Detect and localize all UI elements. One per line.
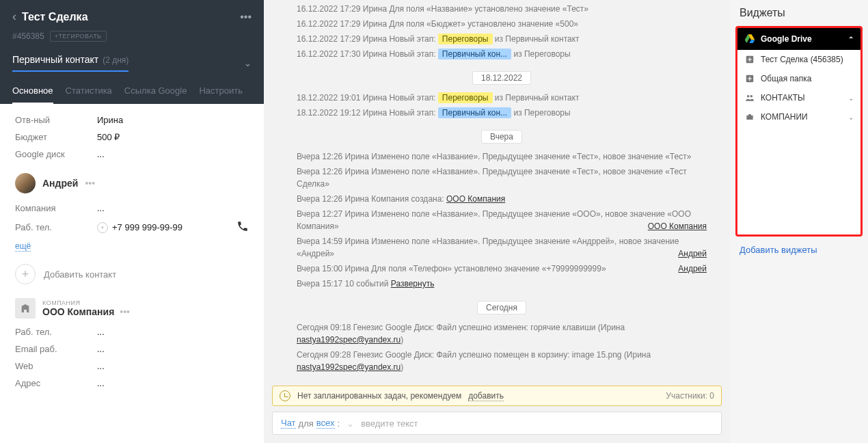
left-sidebar: ‹ Тест Сделка ••• #456385 +ТЕГИРОВАТЬ Пе… [0,0,264,443]
email-link[interactable]: nastya1992spec@yandex.ru [297,335,401,345]
field-responsible-label: Отв-ный [15,115,97,125]
phone-type-icon[interactable]: + [97,222,108,233]
field-responsible-value[interactable]: Ирина [97,115,123,125]
log-entry: 16.12.2022 17:29 Ирина Для поля «Названи… [297,3,707,15]
date-separator: Вчера [481,130,522,144]
company-menu-icon[interactable]: ••• [120,306,130,317]
company-web-value[interactable]: ... [97,361,105,371]
contact-name[interactable]: Андрей [42,178,78,189]
back-button[interactable]: ‹ [12,10,16,24]
log-entry: Вчера 12:26 Ирина Изменено поле «Названи… [297,150,707,163]
deal-title: Тест Сделка [22,11,234,23]
company-address-value[interactable]: ... [97,378,105,388]
log-entry: 18.12.2022 19:01 Ирина Новый этап: Перег… [297,92,707,104]
stage-badge: Переговоры [438,33,493,44]
tab-main[interactable]: Основное [12,85,53,104]
stage-name[interactable]: Первичный контакт [12,54,98,65]
log-entry: 16.12.2022 17:29 Ирина Новый этап: Перег… [297,33,707,45]
chevron-down-icon[interactable]: ⌄ [244,58,252,68]
log-entry: 18.12.2022 19:12 Ирина Новый этап: Перви… [297,107,707,119]
contact-workphone-value[interactable]: +7 999 999-99-99 [112,222,182,232]
deal-header: ‹ Тест Сделка ••• #456385 +ТЕГИРОВАТЬ Пе… [0,0,264,104]
company-workphone-label: Раб. тел. [15,327,97,337]
contact-more-link[interactable]: ещё [15,241,31,252]
tab-google[interactable]: Ссылка Google [124,85,187,104]
widget-header[interactable]: Google Drive ⌃ [737,28,860,50]
phone-call-icon[interactable] [236,220,249,234]
svg-point-3 [750,95,753,98]
contact-workphone-label: Раб. тел. [15,222,97,232]
contact-company-value[interactable]: ... [97,203,105,213]
entity-link[interactable]: Андрей [678,263,707,275]
entity-link[interactable]: Андрей [678,247,707,260]
add-widgets-link[interactable]: Добавить виджеты [735,245,863,255]
task-hint: Нет запланированных задач, рекомендуем д… [272,386,722,406]
building-icon [15,298,36,319]
detail-tabs: Основное Статистика Ссылка Google Настро… [12,85,252,104]
widget-item-shared-folder[interactable]: Общая папка [737,69,860,88]
contact-avatar[interactable] [15,173,36,193]
chat-input[interactable]: Чат для всех : ⌄ введите текст [272,412,722,435]
log-entry: Вчера 12:26 Ирина Изменено поле «Названи… [297,165,707,190]
company-email-value[interactable]: ... [97,344,105,354]
date-separator: 18.12.2022 [472,71,531,85]
google-drive-widget: Google Drive ⌃ Тест Сделка (456385) Обща… [735,26,863,237]
log-entry: Вчера 12:26 Ирина Компания создана: ООО … [297,193,707,205]
log-entry: Сегодня 09:28 Генезис Google Диск: Файл … [297,349,707,373]
company-web-label: Web [15,361,97,371]
add-contact-label: Добавить контакт [44,269,116,280]
company-email-label: Email раб. [15,344,97,354]
widget-item-companies[interactable]: КОМПАНИИ ⌄ [737,107,860,126]
field-gdrive-value[interactable]: ... [97,149,105,159]
company-workphone-value[interactable]: ... [97,327,105,337]
widget-item-contacts[interactable]: КОНТАКТЫ ⌄ [737,88,860,107]
tab-setup[interactable]: Настроить [199,85,243,104]
chat-mode-link[interactable]: Чат [281,418,296,429]
tag-button[interactable]: +ТЕГИРОВАТЬ [50,31,107,42]
stage-badge: Первичный кон... [438,107,511,118]
tab-stats[interactable]: Статистика [66,85,112,104]
chevron-down-icon: ⌄ [848,94,854,102]
google-drive-icon [744,33,755,44]
log-entry: Сегодня 09:18 Генезис Google Диск: Файл … [297,321,707,346]
expand-link[interactable]: Развернуть [391,279,435,288]
date-separator: Сегодня [477,301,526,314]
company-name[interactable]: ООО Компания [42,306,114,317]
company-link[interactable]: ООО Компания [446,194,505,204]
widgets-panel: Виджеты Google Drive ⌃ Тест Сделка (4563… [730,0,868,443]
participants-count[interactable]: Участники: 0 [666,391,714,401]
plus-box-icon [744,73,755,84]
chat-recipient-link[interactable]: всех [316,418,335,429]
chat-placeholder: введите текст [361,418,713,429]
log-entry: Вчера 12:27 Ирина Изменено поле «Названи… [297,208,707,232]
sidebar-body: Отв-ныйИрина Бюджет500 ₽ Google диск... … [0,104,264,443]
log-entry: 16.12.2022 17:29 Ирина Для поля «Бюджет»… [297,18,707,30]
contact-menu-icon[interactable]: ••• [85,178,95,189]
field-budget-value[interactable]: 500 ₽ [97,132,120,142]
plus-icon: + [15,264,36,284]
deal-id: #456385 [12,31,44,41]
add-task-link[interactable]: добавить [468,391,504,401]
field-gdrive-label: Google диск [15,149,97,159]
chevron-down-icon[interactable]: ⌄ [347,418,354,429]
contact-company-label: Компания [15,203,97,213]
add-contact-button[interactable]: + Добавить контакт [15,264,249,284]
entity-link[interactable]: ООО Компания [648,220,707,232]
email-link[interactable]: nastya1992spec@yandex.ru [297,362,401,372]
chevron-up-icon[interactable]: ⌃ [848,36,854,43]
people-icon [744,92,755,103]
log-entry: Вчера 15:00 Ирина Для поля «Телефон» уст… [297,263,707,275]
activity-feed: 16.12.2022 17:29 Ирина Для поля «Названи… [264,0,730,443]
company-section-label: КОМПАНИЯ [42,299,130,306]
stage-badge: Первичный кон... [438,49,511,59]
widget-item-deal-folder[interactable]: Тест Сделка (456385) [737,50,860,69]
svg-point-2 [747,95,750,98]
log-entry: Вчера 15:17 10 событий Развернуть [297,278,707,290]
chevron-down-icon: ⌄ [848,113,854,121]
log-entry: 16.12.2022 17:30 Ирина Новый этап: Перви… [297,48,707,60]
plus-box-icon [744,54,755,65]
feed-scroll[interactable]: 16.12.2022 17:29 Ирина Для поля «Названи… [264,0,730,380]
header-menu-icon[interactable]: ••• [240,11,252,23]
widget-title: Google Drive [761,34,812,44]
stage-duration: (2 дня) [103,55,128,65]
